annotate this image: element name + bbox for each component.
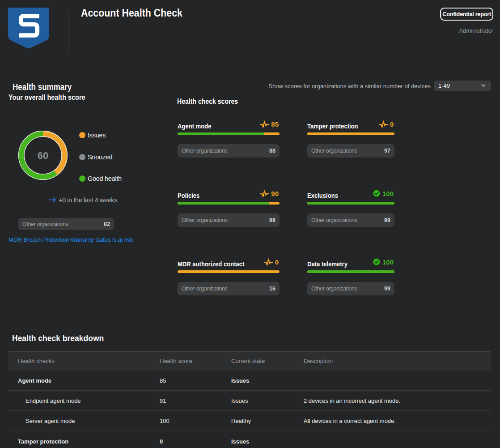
svg-text:60: 60 [38,150,48,161]
